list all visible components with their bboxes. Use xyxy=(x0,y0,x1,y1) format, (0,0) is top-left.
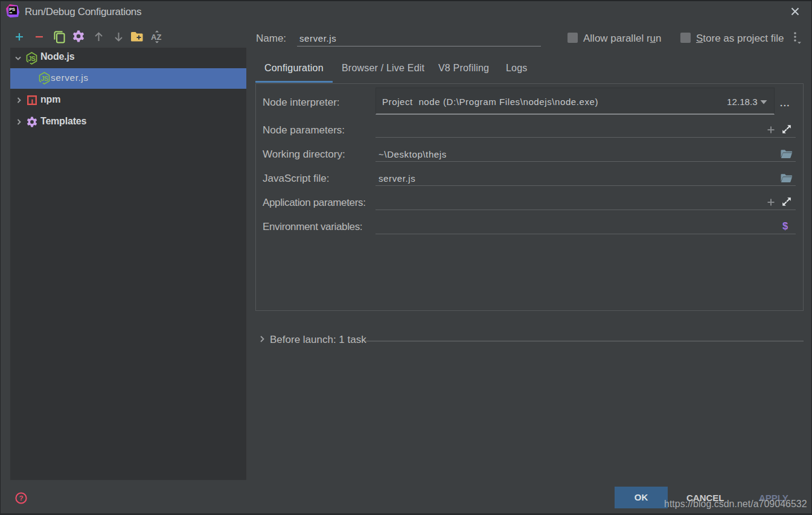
svg-text:?: ? xyxy=(19,494,24,502)
svg-text:JS: JS xyxy=(40,75,48,82)
svg-text:AZ: AZ xyxy=(151,33,161,42)
svg-text:PS: PS xyxy=(9,7,15,12)
svg-text:JS: JS xyxy=(28,55,35,62)
